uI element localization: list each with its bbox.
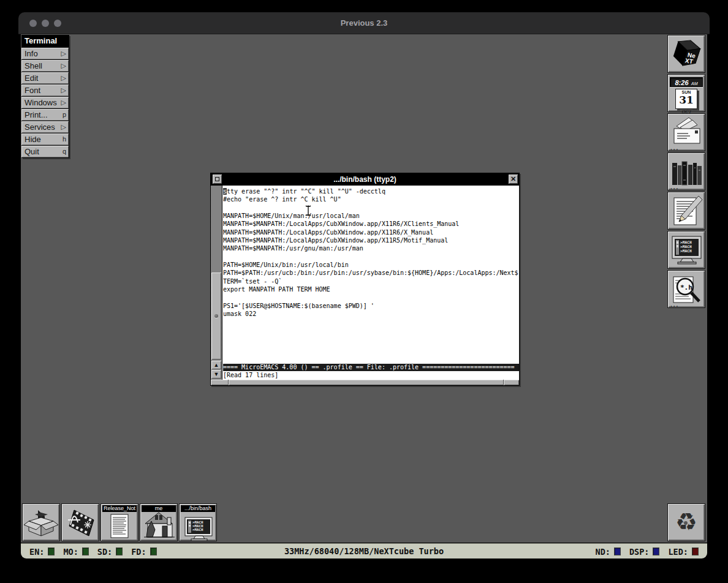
home-house-icon bbox=[140, 504, 177, 541]
window-title: Previous 2.3 bbox=[18, 12, 710, 34]
menu-item-print[interactable]: Print...p bbox=[21, 109, 69, 121]
next-cube-icon: Ne XT bbox=[668, 36, 705, 72]
close-icon: ✕ bbox=[510, 176, 516, 182]
dock-tile-workspace[interactable]: Ne XT bbox=[667, 35, 705, 73]
terminal-line bbox=[223, 204, 519, 212]
submenu-arrow-icon: ▷ bbox=[61, 121, 66, 133]
open-box-icon bbox=[23, 504, 59, 541]
svg-text:>MACH: >MACH bbox=[680, 240, 692, 244]
menu-item-windows[interactable]: Windows▷ bbox=[21, 97, 69, 108]
close-button[interactable]: ✕ bbox=[509, 175, 518, 184]
terminal-line: TERM=`tset - -Q` bbox=[223, 277, 519, 285]
submenu-arrow-icon: ▷ bbox=[61, 85, 66, 96]
menu-item-label: Font bbox=[25, 85, 40, 96]
terminal-window[interactable]: .../bin/bash (ttyp2) ✕ ▲ ▼ stty erase "^… bbox=[210, 173, 520, 386]
terminal-line: export MANPATH PATH TERM HOME bbox=[223, 285, 519, 293]
terminal-monitor-icon: >MACH >MACH >MACH bbox=[180, 512, 216, 543]
svg-text:*.h: *.h bbox=[680, 284, 692, 292]
scrollbar-dimple bbox=[214, 314, 218, 318]
indicator-led-dsp bbox=[653, 547, 659, 555]
miniwindow-release-notes[interactable]: Release_Not bbox=[100, 503, 138, 541]
terminal-line: MANPATH=$MANPATH:/LocalApps/CubXWindow.a… bbox=[223, 220, 519, 228]
menu-item-label: Info bbox=[25, 48, 38, 59]
resize-notch-left bbox=[228, 380, 229, 385]
terminal-line: #echo "erase ^? intr ^C kill ^U" bbox=[223, 195, 519, 203]
edit-document-icon bbox=[668, 192, 705, 229]
menu-item-info[interactable]: Info▷ bbox=[21, 48, 69, 59]
recycler-icon: ♻ bbox=[668, 504, 705, 541]
menu-title: Terminal bbox=[21, 35, 69, 47]
digital-clock: 8:26 AM bbox=[670, 77, 703, 87]
menu-item-label: Quit bbox=[25, 146, 39, 157]
miniwindow-home[interactable]: me bbox=[140, 503, 178, 541]
calendar-icon: SUN 31 OCT bbox=[675, 89, 697, 109]
app-not-running-dots: ... bbox=[670, 303, 679, 307]
menu-item-label: Windows bbox=[25, 97, 57, 108]
terminal-line bbox=[223, 293, 519, 301]
statusbar-right-indicators: ND:DSP:LED: bbox=[591, 544, 699, 559]
terminal-titlebar[interactable]: .../bin/bash (ttyp2) ✕ bbox=[211, 173, 519, 186]
indicator-label-nd: ND: bbox=[596, 547, 610, 557]
dock-tile-mail[interactable]: ... bbox=[667, 113, 705, 151]
microemacs-status-line: ==== MicroEMACS 4.00 () == .profile == F… bbox=[223, 364, 519, 371]
menu-item-label: Shell bbox=[25, 60, 42, 72]
terminal-window-title: .../bin/bash (ttyp2) bbox=[211, 173, 519, 186]
window-resize-bar[interactable] bbox=[211, 380, 519, 385]
terminal-line: MANPATH=$MANPATH:/usr/gnu/man:/usr/man bbox=[223, 244, 519, 252]
terminal-line: PATH=$HOME/Unix/bin:/usr/local/bin bbox=[223, 261, 519, 269]
menu-item-quit[interactable]: Quitq bbox=[21, 146, 69, 157]
svg-text:>MACH: >MACH bbox=[680, 249, 692, 253]
menu-item-services[interactable]: Services▷ bbox=[21, 121, 69, 133]
scroll-up-button[interactable]: ▲ bbox=[211, 361, 221, 369]
menu-item-hide[interactable]: Hideh bbox=[21, 134, 69, 145]
submenu-arrow-icon: ▷ bbox=[61, 72, 66, 84]
dock-tile-headerviewer[interactable]: *.h ... bbox=[667, 270, 705, 308]
submenu-arrow-icon: ▷ bbox=[61, 48, 66, 59]
miniwindow-bash-terminal[interactable]: .../bin/bash >MACH >MACH >MACH bbox=[179, 503, 217, 541]
dock-tile-installer[interactable] bbox=[22, 503, 60, 541]
dock-tile-clock[interactable]: 8:26 AM SUN 31 OCT bbox=[667, 74, 705, 112]
calendar-day: 31 bbox=[676, 95, 697, 105]
dock-tile-edit[interactable] bbox=[667, 192, 705, 230]
dock-tile-terminal[interactable]: >MACH >MACH >MACH bbox=[667, 231, 705, 269]
menu-item-label: Print... bbox=[25, 109, 48, 121]
menu-shortcut: h bbox=[63, 134, 66, 145]
terminal-line bbox=[223, 253, 519, 261]
terminal-text-area[interactable]: stty erase "^?" intr "^C" kill "^U" -dec… bbox=[223, 186, 519, 364]
dock-tile-demos[interactable] bbox=[61, 503, 99, 541]
ibeam-cursor bbox=[305, 205, 312, 216]
mac-titlebar[interactable]: Previous 2.3 bbox=[18, 12, 710, 34]
app-not-running-dots: ... bbox=[670, 185, 679, 190]
vertical-scrollbar[interactable]: ▲ ▼ bbox=[211, 186, 222, 380]
terminal-line: MANPATH=$MANPATH:/LocalApps/CubXWindow.a… bbox=[223, 236, 519, 244]
terminal-monitor-icon: >MACH >MACH >MACH bbox=[668, 231, 705, 268]
scroll-down-button[interactable]: ▼ bbox=[211, 370, 221, 378]
indicator-led-led bbox=[692, 547, 699, 555]
terminal-line: PATH=$PATH:/usr/ucb:/bin:/usr/bin:/usr/s… bbox=[223, 269, 519, 277]
indicator-label-led: LED: bbox=[668, 547, 688, 557]
menu-item-shell[interactable]: Shell▷ bbox=[21, 60, 69, 72]
clock-ampm: AM bbox=[691, 81, 698, 86]
terminal-line: umask 022 bbox=[223, 310, 519, 318]
dock-tile-librarian[interactable]: ... bbox=[667, 152, 705, 190]
microemacs-message-line: [Read 17 lines] bbox=[223, 371, 519, 380]
dock-tile-recycler[interactable]: ♻ bbox=[667, 503, 705, 541]
menu-item-edit[interactable]: Edit▷ bbox=[21, 72, 69, 84]
menu-item-font[interactable]: Font▷ bbox=[21, 85, 69, 96]
submenu-arrow-icon: ▷ bbox=[61, 60, 66, 72]
svg-text:>MACH: >MACH bbox=[192, 528, 203, 532]
scrollbar-knob[interactable] bbox=[211, 273, 221, 359]
terminal-line: PS1='[$USER@$HOSTNAME:$(basename $PWD)] … bbox=[223, 302, 519, 310]
demos-filmstrip-icon bbox=[62, 504, 99, 541]
emulator-status-bar: EN:MO:SD:FD: 33MHz/68040/128MB/NeXTcube … bbox=[21, 543, 707, 559]
terminal-block-cursor: s bbox=[223, 188, 227, 195]
miniwindow-title: .../bin/bash bbox=[181, 505, 215, 512]
terminal-line: MANPATH=$HOME/Unix/man:/usr/local/man bbox=[223, 212, 519, 220]
terminal-app-menu: Terminal Info▷Shell▷Edit▷Font▷Windows▷Pr… bbox=[21, 35, 69, 158]
indicator-led-nd bbox=[614, 547, 621, 555]
next-desktop[interactable]: Terminal Info▷Shell▷Edit▷Font▷Windows▷Pr… bbox=[21, 34, 707, 543]
resize-notch-right bbox=[503, 380, 504, 385]
indicator-label-dsp: DSP: bbox=[629, 547, 650, 557]
svg-text:>MACH: >MACH bbox=[680, 244, 692, 249]
menu-item-label: Services bbox=[25, 121, 55, 133]
